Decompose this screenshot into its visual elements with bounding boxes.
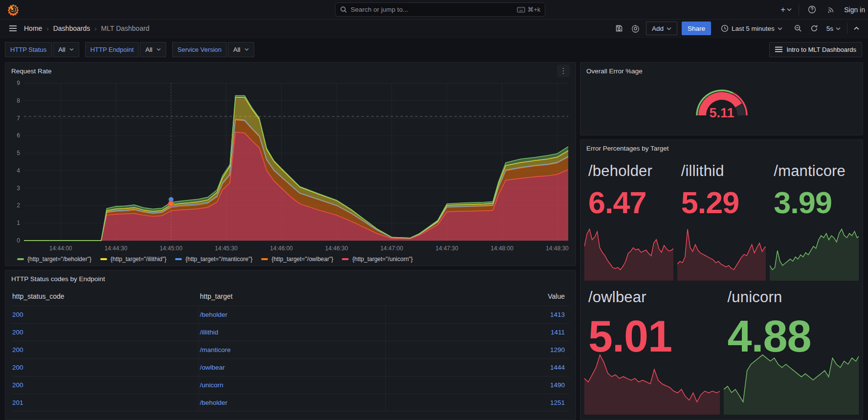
- grafana-logo-icon[interactable]: [7, 3, 20, 16]
- request-rate-chart[interactable]: 012345678914:44:0014:44:3014:45:0014:45:…: [9, 79, 572, 254]
- cell-value[interactable]: 1490: [550, 381, 565, 389]
- cell-http-status-code[interactable]: 200: [12, 364, 23, 371]
- cell-http-target[interactable]: /owlbear: [200, 364, 225, 371]
- panel-title-request-rate[interactable]: Request Rate: [11, 67, 52, 75]
- variable-value-service-version[interactable]: All: [228, 42, 254, 57]
- svg-text:14:48:00: 14:48:00: [490, 245, 513, 252]
- svg-text:14:46:00: 14:46:00: [270, 245, 293, 252]
- variable-value-http-status[interactable]: All: [53, 42, 79, 57]
- search-input[interactable]: [351, 6, 513, 13]
- cell-value[interactable]: 1413: [550, 311, 565, 318]
- cell-value[interactable]: 1411: [551, 329, 565, 336]
- variable-label-http-endpoint[interactable]: HTTP Endpoint: [85, 42, 139, 57]
- stat-tile-beholder: /beholder 6.47: [584, 158, 673, 281]
- legend-item-manticore[interactable]: {http_target="/manticore"}: [175, 256, 252, 263]
- cell-http-status-code[interactable]: 200: [12, 329, 23, 336]
- cell-http-target[interactable]: /unicorn: [200, 381, 223, 389]
- cell-http-target[interactable]: /manticore: [200, 346, 231, 354]
- question-circle-icon: [808, 5, 816, 14]
- legend-color-mark: [17, 258, 24, 260]
- svg-text:8: 8: [17, 97, 20, 104]
- magnifier-minus-icon: [794, 24, 802, 32]
- cell-http-target[interactable]: /illithid: [200, 329, 219, 336]
- sparkline: [584, 226, 673, 281]
- time-range-picker[interactable]: Last 5 minutes: [715, 22, 788, 35]
- refresh-button[interactable]: [808, 22, 820, 34]
- save-icon: [615, 24, 623, 32]
- variable-value-http-endpoint[interactable]: All: [140, 42, 166, 57]
- cell-value[interactable]: 1251: [550, 399, 565, 406]
- stat-tiles: /beholder 6.47 /illithid 5.29 /manticore…: [580, 156, 863, 416]
- chevron-down-icon: [245, 48, 249, 51]
- new-menu-button[interactable]: +: [780, 5, 792, 15]
- stat-tile-unicorn: /unicorn 4.88: [724, 285, 859, 415]
- cell-http-status-code[interactable]: 200: [12, 311, 23, 318]
- stat-tile-owlbear: /owlbear 5.01: [584, 285, 720, 415]
- chevron-up-icon: [854, 26, 859, 30]
- collapse-toolbar-button[interactable]: [852, 24, 861, 32]
- add-panel-button[interactable]: Add: [646, 22, 677, 35]
- divider: [799, 4, 799, 15]
- panel-menu-kebab-icon[interactable]: ⋮: [557, 65, 570, 77]
- svg-text:7: 7: [17, 115, 20, 122]
- variable-label-http-status[interactable]: HTTP Status: [5, 42, 52, 57]
- error-gauge: 5.11: [580, 79, 863, 121]
- breadcrumb-current: MLT Dashboard: [101, 24, 150, 32]
- list-icon: [775, 46, 782, 52]
- stat-tile-illithid: /illithid 5.29: [677, 158, 766, 281]
- table-header-row: http_status_code http_target Value: [11, 287, 570, 306]
- sparkline: [677, 226, 766, 281]
- column-header-http-status-code[interactable]: http_status_code: [11, 292, 199, 300]
- svg-text:14:45:00: 14:45:00: [159, 245, 182, 252]
- panel-request-rate: Request Rate ⋮ 012345678914:44:0014:44:3…: [5, 62, 576, 266]
- legend-item-illithid[interactable]: {http_target="/illithid"}: [100, 256, 166, 263]
- cell-http-status-code[interactable]: 200: [12, 381, 23, 389]
- variable-service-version: Service Version All: [172, 42, 254, 57]
- panel-title-overall-error[interactable]: Overall Error %age: [586, 67, 643, 75]
- refresh-interval-picker[interactable]: 5s: [824, 23, 843, 34]
- zoom-out-time-button[interactable]: [792, 22, 804, 34]
- news-rss-button[interactable]: [825, 3, 837, 16]
- svg-text:14:47:30: 14:47:30: [435, 245, 458, 252]
- panel-error-by-target: Error Percentages by Target /beholder 6.…: [580, 139, 863, 420]
- dashboard-settings-button[interactable]: [629, 22, 642, 35]
- legend-item-beholder[interactable]: {http_target="/beholder"}: [17, 256, 91, 263]
- share-button[interactable]: Share: [682, 22, 711, 35]
- svg-text:2: 2: [17, 202, 20, 209]
- search-bar[interactable]: ⌘+k: [335, 2, 545, 17]
- cell-value[interactable]: 1444: [550, 364, 565, 371]
- help-button[interactable]: [806, 3, 818, 16]
- intro-to-mlt-dashboards-button[interactable]: Intro to MLT Dashboards: [769, 42, 862, 57]
- legend-item-unicorn[interactable]: {http_target="/unicorn"}: [342, 256, 413, 263]
- stat-value: 5.29: [681, 187, 762, 219]
- cell-value[interactable]: 1290: [550, 346, 565, 354]
- plus-icon: +: [780, 5, 785, 15]
- sign-in-button[interactable]: Sign in: [844, 6, 865, 14]
- cell-http-target[interactable]: /beholder: [200, 311, 227, 318]
- cell-http-status-code[interactable]: 201: [12, 399, 23, 406]
- variable-label-service-version[interactable]: Service Version: [172, 42, 227, 57]
- breadcrumb-dashboards[interactable]: Dashboards: [53, 24, 90, 32]
- svg-text:6: 6: [17, 132, 20, 139]
- panel-title-http-status-table[interactable]: HTTP Status codes by Endpoint: [11, 275, 105, 283]
- http-status-table: http_status_code http_target Value 200 /…: [11, 287, 570, 411]
- cell-http-target[interactable]: /beholder: [200, 399, 227, 406]
- divider: [847, 23, 847, 34]
- svg-text:14:47:00: 14:47:00: [380, 245, 403, 252]
- legend-color-mark: [261, 258, 268, 260]
- column-header-http-target[interactable]: http_target: [199, 292, 386, 300]
- save-dashboard-button[interactable]: [613, 22, 625, 34]
- breadcrumb-home[interactable]: Home: [24, 24, 42, 32]
- search-icon: [340, 6, 347, 13]
- table-row: 200 /owlbear 1444: [11, 358, 570, 376]
- column-header-value[interactable]: Value: [386, 292, 570, 300]
- top-nav: ⌘+k + Sign in: [0, 0, 868, 20]
- panel-title-error-by-target[interactable]: Error Percentages by Target: [586, 145, 669, 152]
- mega-menu-button[interactable]: [7, 23, 19, 34]
- sparkline: [584, 351, 720, 415]
- chevron-down-icon: [69, 48, 74, 51]
- legend-item-owlbear[interactable]: {http_target="/owlbear"}: [261, 256, 333, 263]
- cell-http-status-code[interactable]: 200: [12, 346, 23, 354]
- stat-label: /beholder: [588, 162, 669, 180]
- stat-value: 3.99: [774, 187, 855, 219]
